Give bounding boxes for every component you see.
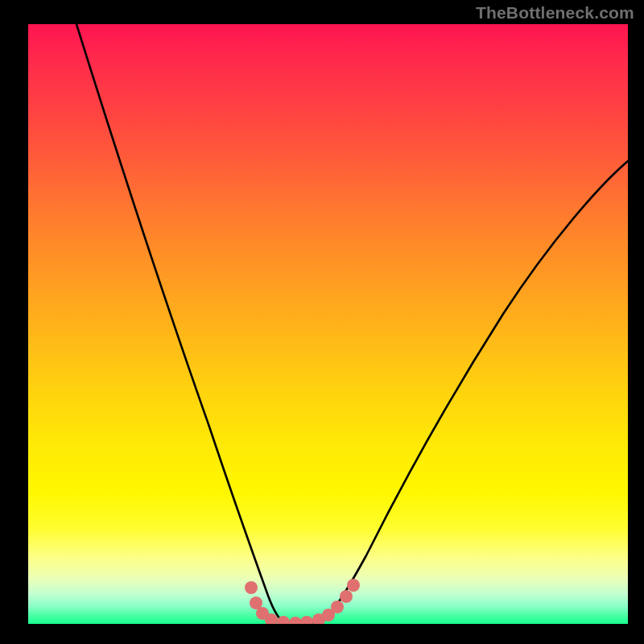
dot <box>245 581 258 594</box>
right-branch-curve <box>324 161 628 620</box>
chart-stage: TheBottleneck.com <box>0 0 644 644</box>
dot <box>331 601 344 613</box>
watermark-text: TheBottleneck.com <box>476 3 634 23</box>
dot <box>300 616 313 624</box>
left-branch-curve <box>76 24 281 620</box>
dot <box>340 590 353 603</box>
dot <box>289 617 302 624</box>
dots-group <box>245 579 360 624</box>
dot <box>347 579 360 592</box>
curve-layer <box>28 24 628 624</box>
